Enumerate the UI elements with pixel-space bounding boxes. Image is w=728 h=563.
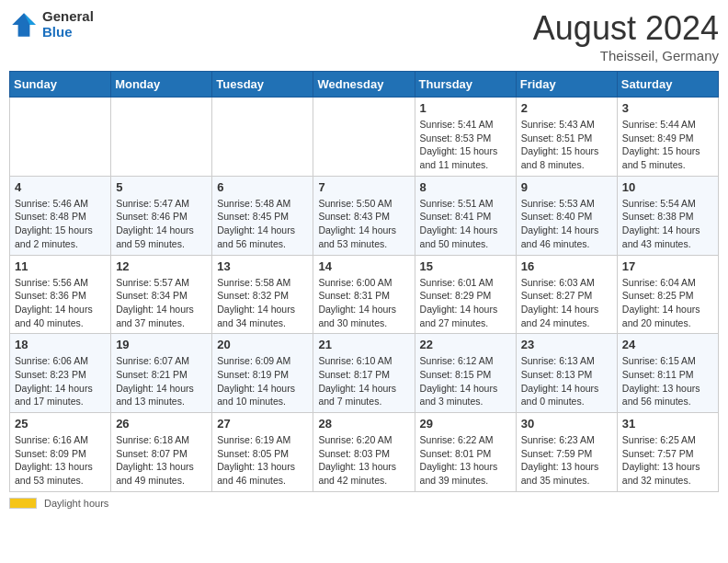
day-info: Sunrise: 6:19 AM Sunset: 8:05 PM Dayligh…	[217, 433, 308, 488]
header-day: Monday	[111, 72, 212, 98]
calendar-cell: 26Sunrise: 6:18 AM Sunset: 8:07 PM Dayli…	[111, 413, 212, 492]
calendar-week-row: 25Sunrise: 6:16 AM Sunset: 8:09 PM Dayli…	[10, 413, 719, 492]
header-day: Wednesday	[313, 72, 415, 98]
day-number: 13	[217, 259, 308, 273]
day-number: 1	[420, 101, 511, 115]
calendar-cell: 23Sunrise: 6:13 AM Sunset: 8:13 PM Dayli…	[516, 334, 617, 413]
logo-icon	[9, 10, 39, 40]
logo-general: General	[42, 9, 94, 25]
day-number: 15	[420, 259, 511, 273]
calendar-cell: 8Sunrise: 5:51 AM Sunset: 8:41 PM Daylig…	[415, 176, 516, 255]
day-number: 3	[622, 101, 713, 115]
calendar-cell: 15Sunrise: 6:01 AM Sunset: 8:29 PM Dayli…	[415, 255, 516, 334]
calendar-cell: 20Sunrise: 6:09 AM Sunset: 8:19 PM Dayli…	[212, 334, 313, 413]
day-number: 14	[318, 259, 409, 273]
day-info: Sunrise: 6:03 AM Sunset: 8:27 PM Dayligh…	[521, 276, 612, 330]
day-info: Sunrise: 6:00 AM Sunset: 8:31 PM Dayligh…	[318, 276, 409, 330]
day-number: 30	[521, 417, 612, 431]
calendar-cell: 12Sunrise: 5:57 AM Sunset: 8:34 PM Dayli…	[111, 255, 212, 334]
day-number: 18	[15, 338, 106, 351]
day-info: Sunrise: 6:10 AM Sunset: 8:17 PM Dayligh…	[318, 354, 409, 408]
calendar-cell: 24Sunrise: 6:15 AM Sunset: 8:11 PM Dayli…	[617, 334, 718, 413]
day-info: Sunrise: 6:09 AM Sunset: 8:19 PM Dayligh…	[217, 354, 308, 408]
calendar-cell: 5Sunrise: 5:47 AM Sunset: 8:46 PM Daylig…	[111, 176, 212, 255]
day-number: 11	[15, 259, 106, 273]
day-info: Sunrise: 6:22 AM Sunset: 8:01 PM Dayligh…	[420, 433, 511, 488]
daylight-bar-icon	[9, 498, 37, 509]
logo: General Blue	[9, 9, 94, 40]
day-info: Sunrise: 6:01 AM Sunset: 8:29 PM Dayligh…	[420, 276, 511, 330]
calendar-cell	[313, 98, 415, 177]
day-number: 22	[420, 338, 511, 351]
calendar-cell: 31Sunrise: 6:25 AM Sunset: 7:57 PM Dayli…	[617, 413, 718, 492]
day-number: 23	[521, 338, 612, 351]
day-number: 9	[521, 180, 612, 194]
calendar-body: 1Sunrise: 5:41 AM Sunset: 8:53 PM Daylig…	[10, 98, 719, 492]
calendar-week-row: 1Sunrise: 5:41 AM Sunset: 8:53 PM Daylig…	[10, 98, 719, 177]
calendar-table: SundayMondayTuesdayWednesdayThursdayFrid…	[9, 71, 719, 492]
day-info: Sunrise: 5:41 AM Sunset: 8:53 PM Dayligh…	[420, 118, 511, 172]
logo-text: General Blue	[42, 9, 94, 40]
day-info: Sunrise: 5:57 AM Sunset: 8:34 PM Dayligh…	[116, 276, 207, 330]
calendar-cell: 11Sunrise: 5:56 AM Sunset: 8:36 PM Dayli…	[10, 255, 111, 334]
location: Theisseil, Germany	[533, 48, 719, 63]
day-number: 19	[116, 338, 207, 351]
calendar-cell: 1Sunrise: 5:41 AM Sunset: 8:53 PM Daylig…	[415, 98, 516, 177]
daylight-label: Daylight hours	[44, 498, 108, 509]
calendar-header: SundayMondayTuesdayWednesdayThursdayFrid…	[10, 72, 719, 98]
calendar-cell: 14Sunrise: 6:00 AM Sunset: 8:31 PM Dayli…	[313, 255, 415, 334]
day-info: Sunrise: 5:58 AM Sunset: 8:32 PM Dayligh…	[217, 276, 308, 330]
day-info: Sunrise: 5:53 AM Sunset: 8:40 PM Dayligh…	[521, 197, 612, 251]
day-number: 28	[318, 417, 409, 431]
calendar-cell: 17Sunrise: 6:04 AM Sunset: 8:25 PM Dayli…	[617, 255, 718, 334]
day-number: 27	[217, 417, 308, 431]
page-header: General Blue August 2024 Theisseil, Germ…	[9, 9, 719, 63]
day-info: Sunrise: 5:50 AM Sunset: 8:43 PM Dayligh…	[318, 197, 409, 251]
calendar-cell: 7Sunrise: 5:50 AM Sunset: 8:43 PM Daylig…	[313, 176, 415, 255]
calendar-cell	[111, 98, 212, 177]
calendar-cell: 13Sunrise: 5:58 AM Sunset: 8:32 PM Dayli…	[212, 255, 313, 334]
calendar-cell: 27Sunrise: 6:19 AM Sunset: 8:05 PM Dayli…	[212, 413, 313, 492]
header-row: SundayMondayTuesdayWednesdayThursdayFrid…	[10, 72, 719, 98]
day-info: Sunrise: 5:48 AM Sunset: 8:45 PM Dayligh…	[217, 197, 308, 251]
header-day: Sunday	[10, 72, 111, 98]
calendar-cell: 19Sunrise: 6:07 AM Sunset: 8:21 PM Dayli…	[111, 334, 212, 413]
day-number: 31	[622, 417, 713, 431]
day-number: 5	[116, 180, 207, 194]
day-info: Sunrise: 5:54 AM Sunset: 8:38 PM Dayligh…	[622, 197, 713, 251]
header-day: Friday	[516, 72, 617, 98]
day-info: Sunrise: 5:51 AM Sunset: 8:41 PM Dayligh…	[420, 197, 511, 251]
day-number: 7	[318, 180, 409, 194]
day-number: 21	[318, 338, 409, 351]
calendar-cell: 3Sunrise: 5:44 AM Sunset: 8:49 PM Daylig…	[617, 98, 718, 177]
calendar-week-row: 4Sunrise: 5:46 AM Sunset: 8:48 PM Daylig…	[10, 176, 719, 255]
calendar-cell: 16Sunrise: 6:03 AM Sunset: 8:27 PM Dayli…	[516, 255, 617, 334]
footer: Daylight hours	[9, 498, 719, 509]
calendar-cell: 30Sunrise: 6:23 AM Sunset: 7:59 PM Dayli…	[516, 413, 617, 492]
day-number: 29	[420, 417, 511, 431]
calendar-cell: 6Sunrise: 5:48 AM Sunset: 8:45 PM Daylig…	[212, 176, 313, 255]
calendar-cell	[212, 98, 313, 177]
day-number: 6	[217, 180, 308, 194]
day-number: 25	[15, 417, 106, 431]
month-year: August 2024	[533, 9, 719, 48]
day-info: Sunrise: 6:15 AM Sunset: 8:11 PM Dayligh…	[622, 354, 713, 408]
title-block: August 2024 Theisseil, Germany	[533, 9, 719, 63]
header-day: Thursday	[415, 72, 516, 98]
calendar-cell: 29Sunrise: 6:22 AM Sunset: 8:01 PM Dayli…	[415, 413, 516, 492]
header-day: Saturday	[617, 72, 718, 98]
day-info: Sunrise: 6:06 AM Sunset: 8:23 PM Dayligh…	[15, 354, 106, 408]
day-info: Sunrise: 6:25 AM Sunset: 7:57 PM Dayligh…	[622, 433, 713, 488]
day-number: 8	[420, 180, 511, 194]
day-info: Sunrise: 6:07 AM Sunset: 8:21 PM Dayligh…	[116, 354, 207, 408]
day-number: 26	[116, 417, 207, 431]
day-info: Sunrise: 5:47 AM Sunset: 8:46 PM Dayligh…	[116, 197, 207, 251]
calendar-cell	[10, 98, 111, 177]
day-number: 24	[622, 338, 713, 351]
day-number: 16	[521, 259, 612, 273]
day-info: Sunrise: 6:23 AM Sunset: 7:59 PM Dayligh…	[521, 433, 612, 488]
day-number: 10	[622, 180, 713, 194]
day-info: Sunrise: 5:44 AM Sunset: 8:49 PM Dayligh…	[622, 118, 713, 172]
calendar-cell: 28Sunrise: 6:20 AM Sunset: 8:03 PM Dayli…	[313, 413, 415, 492]
day-info: Sunrise: 6:18 AM Sunset: 8:07 PM Dayligh…	[116, 433, 207, 488]
